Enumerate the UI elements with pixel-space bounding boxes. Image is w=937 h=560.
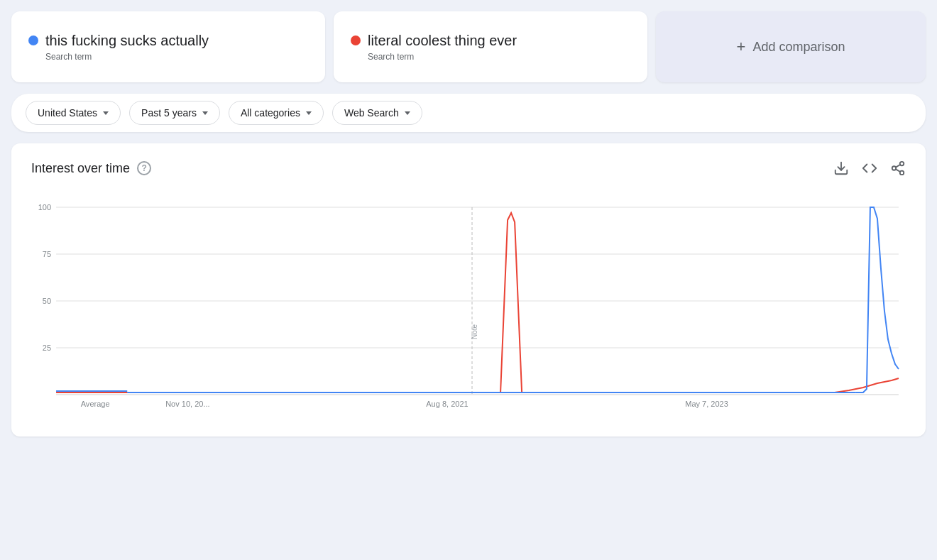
filter-location-label: United States	[38, 107, 97, 119]
plus-icon: +	[737, 38, 746, 56]
share-icon[interactable]	[890, 160, 906, 176]
search-terms-row: this fucking sucks actually Search term …	[11, 11, 926, 82]
filter-location[interactable]: United States	[26, 101, 121, 125]
search-term-card-1[interactable]: this fucking sucks actually Search term	[11, 11, 325, 82]
dot-red	[351, 35, 361, 45]
filters-row: United States Past 5 years All categorie…	[11, 94, 926, 132]
svg-text:Nov 10, 20...: Nov 10, 20...	[165, 400, 209, 408]
chart-title: Interest over time	[31, 161, 130, 176]
chevron-down-icon	[405, 111, 410, 115]
chart-header: Interest over time ?	[31, 160, 906, 176]
svg-text:50: 50	[43, 297, 51, 305]
chevron-down-icon	[103, 111, 109, 115]
term-header-1: this fucking sucks actually	[28, 33, 308, 49]
term-title-1: this fucking sucks actually	[45, 33, 209, 49]
chart-title-group: Interest over time ?	[31, 161, 151, 176]
chart-card: Interest over time ?	[11, 143, 926, 437]
svg-text:Note: Note	[471, 324, 478, 339]
page-wrapper: this fucking sucks actually Search term …	[0, 0, 937, 448]
chart-actions	[833, 160, 906, 176]
svg-text:Average: Average	[81, 400, 110, 408]
add-comparison-label: Add comparison	[752, 40, 845, 55]
embed-icon[interactable]	[862, 160, 877, 176]
chart-svg: 100 75 50 25 Note	[31, 197, 906, 417]
chart-container: 100 75 50 25 Note	[31, 197, 906, 419]
filter-time[interactable]: Past 5 years	[129, 101, 220, 125]
svg-text:100: 100	[38, 203, 51, 212]
filter-search-type[interactable]: Web Search	[332, 101, 422, 125]
download-icon[interactable]	[833, 160, 849, 176]
svg-line-5	[896, 165, 900, 168]
add-comparison-card[interactable]: + Add comparison	[656, 11, 926, 82]
dot-blue	[28, 35, 38, 45]
chevron-down-icon	[306, 111, 312, 115]
svg-text:75: 75	[43, 250, 51, 258]
svg-text:May 7, 2023: May 7, 2023	[685, 400, 728, 408]
chevron-down-icon	[202, 111, 208, 115]
filter-category-label: All categories	[241, 107, 300, 119]
svg-line-4	[896, 169, 900, 172]
help-icon[interactable]: ?	[137, 161, 151, 175]
search-term-card-2[interactable]: literal coolest thing ever Search term	[334, 11, 647, 82]
svg-text:25: 25	[43, 344, 51, 352]
filter-time-label: Past 5 years	[141, 107, 197, 119]
term-subtitle-1: Search term	[45, 52, 308, 62]
svg-text:Aug 8, 2021: Aug 8, 2021	[426, 400, 468, 408]
term-header-2: literal coolest thing ever	[351, 33, 630, 49]
filter-category[interactable]: All categories	[229, 101, 324, 125]
term-title-2: literal coolest thing ever	[368, 33, 517, 49]
filter-search-type-label: Web Search	[344, 107, 399, 119]
help-icon-label: ?	[141, 163, 146, 173]
term-subtitle-2: Search term	[368, 52, 630, 62]
